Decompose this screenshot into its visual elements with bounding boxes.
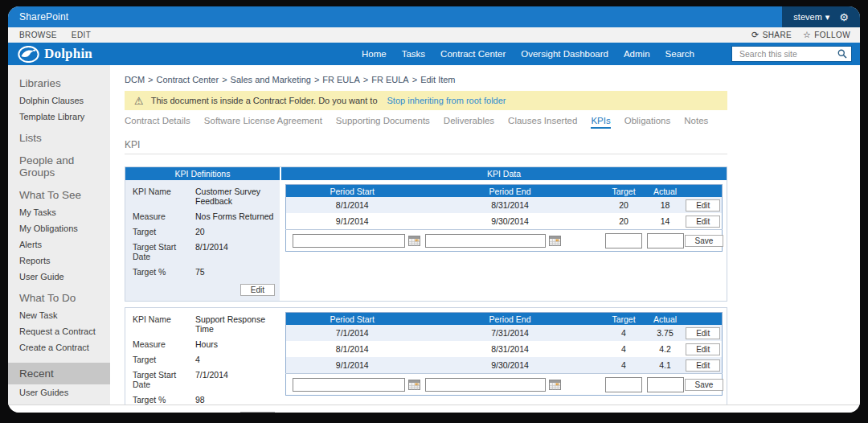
tab-kpis[interactable]: KPIs xyxy=(591,116,610,129)
nav-item-oversight-dashboard[interactable]: Oversight Dashboard xyxy=(521,49,608,59)
new-period-end-input[interactable] xyxy=(425,378,546,392)
ribbon-tab-edit[interactable]: EDIT xyxy=(72,31,91,39)
period-start-cell: 8/1/2014 xyxy=(286,341,419,357)
sidebar-item-reports[interactable]: Reports xyxy=(8,253,110,269)
new-target-cell xyxy=(602,230,646,252)
tab-notes[interactable]: Notes xyxy=(684,116,708,129)
search-input[interactable] xyxy=(738,48,837,60)
suite-bar: SharePoint stevem ▾ ⚙ xyxy=(8,6,860,27)
breadcrumb-segment-fr-eula[interactable]: FR EULA xyxy=(322,75,359,84)
sidebar-item-dolphin-clauses[interactable]: Dolphin Clauses xyxy=(8,92,110,109)
sidebar-item-libraries[interactable]: Libraries xyxy=(8,70,110,92)
actual-cell: 18 xyxy=(646,197,685,213)
nav-item-tasks[interactable]: Tasks xyxy=(402,49,425,59)
breadcrumb: DCM>Contract Center>Sales and Marketing>… xyxy=(125,75,860,84)
actual-cell: 14 xyxy=(646,213,685,230)
share-button[interactable]: ⟳ SHARE xyxy=(751,30,792,40)
field-value-target: 4 xyxy=(195,355,200,364)
ribbon-tabs: BROWSEEDIT xyxy=(19,31,91,39)
sidebar-item-my-obligations[interactable]: My Obligations xyxy=(8,220,110,236)
ribbon-right: ⟳ SHARE ☆ FOLLOW xyxy=(751,30,850,40)
sidebar-item-lists[interactable]: Lists xyxy=(8,125,110,147)
period-end-cell: 9/30/2014 xyxy=(419,357,602,374)
tab-contract-details[interactable]: Contract Details xyxy=(125,116,190,129)
edit-kpi-row-button[interactable]: Edit xyxy=(686,327,720,339)
tab-clauses-inserted[interactable]: Clauses Inserted xyxy=(508,116,577,129)
target-cell: 4 xyxy=(602,341,646,357)
new-actual-input[interactable] xyxy=(647,377,684,392)
target-cell: 4 xyxy=(602,357,646,374)
sidebar-item-user-guide[interactable]: User Guide xyxy=(8,269,110,285)
definition-field-row: KPI NameCustomer Survey Feedback xyxy=(125,184,280,209)
date-picker-icon[interactable] xyxy=(549,380,561,390)
site-title: Dolphin xyxy=(44,46,92,62)
row-actions-cell: Edit xyxy=(685,197,723,213)
edit-kpi-row-button[interactable]: Edit xyxy=(686,343,720,355)
search-icon[interactable] xyxy=(837,49,847,59)
new-actual-cell xyxy=(646,230,685,252)
sidebar-item-template-library[interactable]: Template Library xyxy=(8,109,110,125)
sidebar-item-create-a-contract[interactable]: Create a Contract xyxy=(8,339,110,355)
definition-field-row: Target %98 xyxy=(125,392,280,408)
edit-kpi-row-button[interactable]: Edit xyxy=(686,359,720,372)
save-kpi-row-button[interactable]: Save xyxy=(685,379,724,391)
tab-deliverables[interactable]: Deliverables xyxy=(444,116,494,129)
kpi-data-panel: Period StartPeriod EndTargetActual7/1/20… xyxy=(280,308,727,413)
date-picker-icon[interactable] xyxy=(408,380,420,390)
new-actual-input[interactable] xyxy=(647,233,684,248)
new-target-input[interactable] xyxy=(605,377,642,392)
user-menu[interactable]: stevem ▾ xyxy=(793,12,829,23)
new-period-start-input[interactable] xyxy=(293,378,405,392)
edit-kpi-row-button[interactable]: Edit xyxy=(686,199,720,212)
breadcrumb-segment-contract-center[interactable]: Contract Center xyxy=(157,75,219,84)
edit-kpi-definition-button[interactable]: Edit xyxy=(240,412,275,413)
gear-icon[interactable]: ⚙ xyxy=(839,12,849,23)
new-target-input[interactable] xyxy=(605,233,642,248)
sidebar-item-request-a-contract[interactable]: Request a Contract xyxy=(8,323,110,339)
sharepoint-brand: SharePoint xyxy=(19,11,68,23)
sidebar-item-new-task[interactable]: New Task xyxy=(8,307,110,323)
breadcrumb-segment-fr-eula[interactable]: FR EULA xyxy=(371,75,408,84)
date-picker-icon[interactable] xyxy=(549,236,561,246)
sidebar-item-alerts[interactable]: Alerts xyxy=(8,236,110,253)
nav-item-search[interactable]: Search xyxy=(665,49,694,59)
nav-item-home[interactable]: Home xyxy=(362,49,387,59)
site-logo[interactable]: Dolphin xyxy=(18,46,92,63)
edit-kpi-row-button[interactable]: Edit xyxy=(686,216,720,228)
date-picker-icon[interactable] xyxy=(408,236,420,246)
kpi-data-row: 9/1/20149/30/20142014Edit xyxy=(286,213,723,230)
breadcrumb-segment-sales-and-marketing[interactable]: Sales and Marketing xyxy=(231,75,311,84)
field-label-target-start-date: Target Start Date xyxy=(133,242,195,261)
nav-item-contract-center[interactable]: Contract Center xyxy=(440,49,506,59)
period-end-cell: 7/31/2014 xyxy=(419,325,602,341)
content-area: LibrariesDolphin ClausesTemplate Library… xyxy=(8,65,860,405)
kpi-definitions-header: KPI Definitions xyxy=(125,167,280,180)
field-value-target: 20 xyxy=(195,227,205,236)
kpi-data-header: KPI Data xyxy=(281,167,727,180)
column-header-period-start: Period Start xyxy=(286,185,419,198)
save-kpi-row-button[interactable]: Save xyxy=(685,235,724,247)
field-label-target: Target xyxy=(133,227,195,236)
edit-kpi-definition-button[interactable]: Edit xyxy=(240,284,275,296)
period-end-cell: 8/31/2014 xyxy=(419,341,602,357)
new-target-cell xyxy=(602,374,646,396)
ribbon-tab-browse[interactable]: BROWSE xyxy=(19,31,57,39)
period-end-cell: 8/31/2014 xyxy=(419,197,602,213)
tab-software-license-agreement[interactable]: Software License Agreement xyxy=(204,116,322,129)
definition-field-row: Target20 xyxy=(125,224,280,240)
new-period-start-input[interactable] xyxy=(293,234,405,248)
nav-item-admin[interactable]: Admin xyxy=(624,49,650,59)
follow-button[interactable]: ☆ FOLLOW xyxy=(803,30,850,40)
new-period-end-input[interactable] xyxy=(425,234,546,248)
field-value-target-start-date: 8/1/2014 xyxy=(195,242,228,261)
tab-supporting-documents[interactable]: Supporting Documents xyxy=(336,116,430,129)
sidebar-item-user-guides[interactable]: User Guides xyxy=(8,384,110,400)
row-actions-cell: Edit xyxy=(685,325,723,341)
tab-obligations[interactable]: Obligations xyxy=(624,116,671,129)
breadcrumb-segment-dcm[interactable]: DCM xyxy=(125,75,145,84)
warning-icon: ⚠ xyxy=(134,96,144,106)
field-value-target: 75 xyxy=(195,267,205,277)
sidebar-item-my-tasks[interactable]: My Tasks xyxy=(8,204,110,220)
stop-inheriting-link[interactable]: Stop inheriting from root folder xyxy=(387,96,506,105)
sidebar-item-people-and-groups[interactable]: People and Groups xyxy=(8,147,110,182)
